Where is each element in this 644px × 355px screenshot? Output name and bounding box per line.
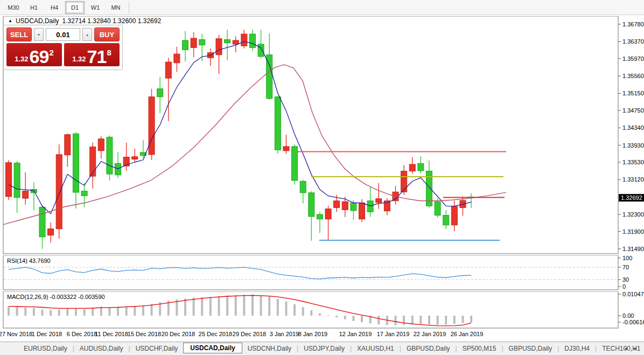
buy-button[interactable]: BUY	[94, 27, 120, 41]
candle-body	[165, 62, 171, 78]
tab-sp500-m15[interactable]: SP500,M15	[457, 343, 502, 354]
candle-body	[23, 191, 29, 198]
timeframe-button-m30[interactable]: M30	[4, 1, 23, 14]
sell-price-panel[interactable]: 1.32 69 2	[6, 43, 62, 66]
candle-body	[409, 164, 415, 171]
macd-histogram-bar	[75, 309, 77, 316]
candle-body	[90, 147, 96, 176]
candle-body	[56, 155, 62, 229]
candle-body	[6, 163, 12, 197]
candle-body	[418, 163, 424, 170]
candle-body	[183, 40, 188, 50]
price-axis-label: 1.33120	[622, 176, 644, 183]
tab-gbpusd-daily[interactable]: GBPUSD,Daily	[503, 343, 558, 354]
macd-histogram-bar	[377, 316, 380, 324]
tab-audusd-daily[interactable]: AUDUSD,Daily	[74, 343, 129, 354]
volume-input[interactable]: 0.01	[46, 28, 80, 41]
x-axis-label: 26 Jan 2019	[443, 331, 491, 337]
price-axis-label: 1.32300	[622, 211, 644, 218]
timeframe-button-w1[interactable]: W1	[86, 1, 105, 14]
macd-histogram-bar	[453, 316, 456, 324]
tab-xauusd-h1[interactable]: XAUUSD,H1	[352, 343, 400, 354]
rsi-label: RSI(14) 43.7690	[7, 257, 51, 264]
rsi-indicator-panel[interactable]: 10070300	[0, 255, 644, 291]
candle-body	[216, 39, 222, 55]
collapse-ohlc-icon[interactable]: ▲	[8, 18, 12, 23]
sell-button[interactable]: SELL	[6, 27, 32, 41]
tab-dj30-h4[interactable]: DJ30,H4	[559, 343, 595, 354]
candle-body	[107, 137, 113, 175]
candle-body	[275, 97, 281, 150]
timeframe-button-h4[interactable]: H4	[45, 1, 64, 14]
timeframe-toolbar: M30H1H4D1W1MN	[0, 0, 644, 15]
chart-title: ▲ USDCAD,Daily 1.32714 1.32840 1.32600 1…	[8, 17, 161, 25]
price-axis-label: 1.33530	[622, 159, 644, 165]
macd-histogram-bar	[395, 316, 397, 325]
tab-eurusd-daily[interactable]: EURUSD,Daily	[18, 343, 73, 354]
candle-body	[65, 135, 71, 155]
candle-body	[249, 34, 255, 47]
macd-histogram-bar	[92, 308, 94, 316]
macd-histogram-bar	[142, 305, 144, 316]
price-axis-label: 1.33930	[622, 142, 644, 149]
tab-usdcnh-daily[interactable]: USDCNH,Daily	[242, 343, 297, 354]
macd-histogram-bar	[344, 316, 346, 319]
macd-histogram-bar	[251, 295, 254, 316]
macd-histogram-bar	[428, 316, 430, 324]
mt4-terminal-window: M30H1H4D1W1MN 1.367801.363701.359701.355…	[0, 0, 644, 355]
macd-histogram-bar	[285, 301, 287, 316]
macd-histogram-bar	[184, 298, 186, 316]
buy-price-int: 1.32	[72, 54, 86, 65]
macd-histogram-bar	[16, 307, 18, 316]
symbol-tab-bar: EURUSD,Daily|AUDUSD,Daily|USDCHF,DailyUS…	[0, 342, 644, 355]
candle-body	[300, 182, 306, 193]
candle-body	[317, 214, 323, 219]
current-price-badge-text: 1.32692	[621, 194, 642, 201]
tab-usdjpy-daily[interactable]: USDJPY,Daily	[298, 343, 350, 354]
rsi-axis-label: 70	[622, 264, 629, 270]
price-axis-label: 1.34750	[622, 107, 644, 114]
macd-label: MACD(12,26,9) -0.003322 -0.003590	[7, 294, 105, 300]
tab-gbpusd-daily[interactable]: GBPUSD,Daily	[401, 343, 456, 354]
time-axis[interactable]: 27 Nov 20181 Dec 20186 Dec 201811 Dec 20…	[0, 330, 618, 340]
timeframe-button-mn[interactable]: MN	[106, 1, 125, 14]
tab-usdchf-daily[interactable]: USDCHF,Daily	[130, 343, 184, 354]
candle-body	[132, 157, 138, 159]
macd-histogram-bar	[58, 310, 60, 316]
price-axis-label: 1.31490	[622, 246, 644, 252]
price-axis[interactable]: 1.367801.363701.359701.355601.351501.347…	[618, 21, 644, 252]
tab-scroll-left-icon[interactable]: ◄	[624, 346, 628, 351]
timeframe-button-h1[interactable]: H1	[24, 1, 44, 14]
candle-body	[443, 215, 449, 225]
macd-histogram-bar	[151, 304, 153, 316]
macd-axis-label: -0.006164	[622, 319, 644, 325]
candle-body	[98, 139, 104, 151]
macd-histogram-bar	[24, 308, 26, 316]
candle-body	[334, 201, 340, 208]
candle-body	[73, 134, 79, 192]
buy-price-panel[interactable]: 1.32 71 8	[64, 43, 120, 66]
price-axis-label: 1.36370	[622, 38, 644, 45]
sell-price-big: 69	[30, 48, 49, 65]
macd-histogram-bar	[319, 313, 321, 316]
macd-histogram-bar	[445, 316, 447, 325]
timeframe-button-d1[interactable]: D1	[65, 1, 85, 14]
tab-scroll-right-icon[interactable]: ►	[633, 346, 638, 351]
tab-usdcad-daily[interactable]: USDCAD,Daily	[183, 343, 242, 353]
macd-histogram-bar	[134, 306, 136, 316]
x-axis-label: 8 Jan 2019	[289, 331, 337, 337]
volume-increase-button[interactable]: ▲	[82, 28, 92, 41]
macd-axis-label: 0.010471	[622, 291, 644, 297]
macd-histogram-bar	[361, 316, 363, 322]
candle-body	[401, 171, 407, 192]
price-axis-label: 1.31900	[622, 228, 644, 235]
macd-histogram-bar	[437, 316, 439, 325]
price-axis-label: 1.35560	[622, 73, 644, 79]
macd-histogram-bar	[243, 295, 245, 316]
candle-body	[81, 191, 87, 196]
buy-price-big: 71	[87, 48, 107, 65]
macd-histogram-bar	[411, 316, 414, 325]
macd-histogram-bar	[193, 298, 195, 316]
volume-decrease-button[interactable]: ▼	[34, 28, 44, 41]
macd-histogram-bar	[66, 308, 68, 316]
